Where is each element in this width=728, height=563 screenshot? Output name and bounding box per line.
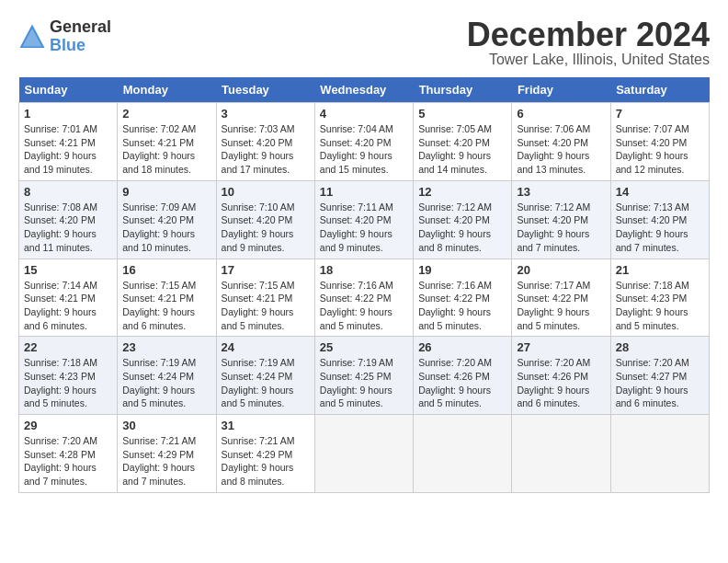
day-number: 30 bbox=[122, 419, 210, 432]
calendar-table: Sunday Monday Tuesday Wednesday Thursday… bbox=[18, 77, 710, 493]
calendar-row: 15Sunrise: 7:14 AMSunset: 4:21 PMDayligh… bbox=[19, 259, 710, 337]
calendar-row: 1Sunrise: 7:01 AMSunset: 4:21 PMDaylight… bbox=[19, 103, 710, 181]
day-number: 28 bbox=[616, 340, 704, 354]
calendar-row: 22Sunrise: 7:18 AMSunset: 4:23 PMDayligh… bbox=[19, 337, 710, 415]
table-cell bbox=[512, 415, 610, 493]
day-number: 11 bbox=[320, 185, 408, 199]
table-cell: 23Sunrise: 7:19 AMSunset: 4:24 PMDayligh… bbox=[118, 337, 216, 415]
table-cell: 10Sunrise: 7:10 AMSunset: 4:20 PMDayligh… bbox=[216, 180, 314, 259]
day-number: 6 bbox=[517, 107, 605, 121]
table-cell: 15Sunrise: 7:14 AMSunset: 4:21 PMDayligh… bbox=[19, 259, 118, 337]
day-info: Sunrise: 7:16 AMSunset: 4:22 PMDaylight:… bbox=[320, 279, 408, 333]
day-info: Sunrise: 7:15 AMSunset: 4:21 PMDaylight:… bbox=[222, 279, 310, 333]
day-number: 21 bbox=[616, 263, 704, 277]
day-number: 13 bbox=[517, 185, 605, 199]
day-info: Sunrise: 7:05 AMSunset: 4:20 PMDaylight:… bbox=[418, 122, 506, 177]
day-number: 25 bbox=[320, 340, 408, 354]
day-number: 27 bbox=[517, 340, 605, 354]
day-info: Sunrise: 7:20 AMSunset: 4:26 PMDaylight:… bbox=[517, 356, 605, 410]
day-info: Sunrise: 7:20 AMSunset: 4:28 PMDaylight:… bbox=[24, 434, 112, 488]
day-number: 8 bbox=[24, 185, 112, 199]
table-cell: 11Sunrise: 7:11 AMSunset: 4:20 PMDayligh… bbox=[314, 180, 413, 259]
table-cell: 30Sunrise: 7:21 AMSunset: 4:29 PMDayligh… bbox=[118, 415, 216, 493]
day-info: Sunrise: 7:18 AMSunset: 4:23 PMDaylight:… bbox=[616, 279, 704, 333]
table-cell: 22Sunrise: 7:18 AMSunset: 4:23 PMDayligh… bbox=[19, 337, 118, 415]
calendar-row: 8Sunrise: 7:08 AMSunset: 4:20 PMDaylight… bbox=[19, 180, 710, 259]
table-cell: 21Sunrise: 7:18 AMSunset: 4:23 PMDayligh… bbox=[610, 259, 709, 337]
day-info: Sunrise: 7:09 AMSunset: 4:20 PMDaylight:… bbox=[122, 201, 210, 255]
table-cell: 3Sunrise: 7:03 AMSunset: 4:20 PMDaylight… bbox=[216, 103, 314, 181]
logo-blue: Blue bbox=[50, 37, 111, 55]
table-cell: 20Sunrise: 7:17 AMSunset: 4:22 PMDayligh… bbox=[512, 259, 610, 337]
day-info: Sunrise: 7:19 AMSunset: 4:25 PMDaylight:… bbox=[320, 356, 408, 410]
table-cell: 8Sunrise: 7:08 AMSunset: 4:20 PMDaylight… bbox=[19, 180, 118, 259]
table-cell: 17Sunrise: 7:15 AMSunset: 4:21 PMDayligh… bbox=[216, 259, 314, 337]
day-info: Sunrise: 7:16 AMSunset: 4:22 PMDaylight:… bbox=[418, 279, 506, 333]
day-number: 26 bbox=[418, 340, 506, 354]
table-cell: 13Sunrise: 7:12 AMSunset: 4:20 PMDayligh… bbox=[512, 180, 610, 259]
col-monday: Monday bbox=[118, 77, 216, 103]
day-number: 20 bbox=[517, 263, 605, 277]
col-saturday: Saturday bbox=[610, 77, 709, 103]
table-cell: 5Sunrise: 7:05 AMSunset: 4:20 PMDaylight… bbox=[414, 103, 512, 181]
location: Tower Lake, Illinois, United States bbox=[467, 52, 710, 68]
table-cell: 14Sunrise: 7:13 AMSunset: 4:20 PMDayligh… bbox=[610, 180, 709, 259]
day-number: 23 bbox=[122, 340, 210, 354]
day-info: Sunrise: 7:03 AMSunset: 4:20 PMDaylight:… bbox=[222, 122, 310, 177]
day-info: Sunrise: 7:02 AMSunset: 4:21 PMDaylight:… bbox=[122, 122, 210, 177]
table-cell: 16Sunrise: 7:15 AMSunset: 4:21 PMDayligh… bbox=[118, 259, 216, 337]
col-friday: Friday bbox=[512, 77, 610, 103]
day-number: 4 bbox=[320, 107, 408, 121]
logo: General Blue bbox=[18, 18, 111, 55]
day-number: 9 bbox=[122, 185, 210, 199]
day-info: Sunrise: 7:04 AMSunset: 4:20 PMDaylight:… bbox=[320, 122, 408, 177]
table-cell: 28Sunrise: 7:20 AMSunset: 4:27 PMDayligh… bbox=[610, 337, 709, 415]
day-info: Sunrise: 7:01 AMSunset: 4:21 PMDaylight:… bbox=[24, 122, 112, 177]
logo-general: General bbox=[50, 18, 111, 37]
day-info: Sunrise: 7:14 AMSunset: 4:21 PMDaylight:… bbox=[24, 279, 112, 333]
day-number: 29 bbox=[24, 419, 112, 432]
day-info: Sunrise: 7:20 AMSunset: 4:27 PMDaylight:… bbox=[616, 356, 704, 410]
day-number: 12 bbox=[418, 185, 506, 199]
table-cell: 9Sunrise: 7:09 AMSunset: 4:20 PMDaylight… bbox=[118, 180, 216, 259]
logo-text: General Blue bbox=[50, 18, 111, 55]
day-info: Sunrise: 7:11 AMSunset: 4:20 PMDaylight:… bbox=[320, 201, 408, 255]
table-cell: 12Sunrise: 7:12 AMSunset: 4:20 PMDayligh… bbox=[414, 180, 512, 259]
header-row: Sunday Monday Tuesday Wednesday Thursday… bbox=[19, 77, 710, 103]
day-number: 16 bbox=[122, 263, 210, 277]
table-cell: 7Sunrise: 7:07 AMSunset: 4:20 PMDaylight… bbox=[610, 103, 709, 181]
table-cell: 19Sunrise: 7:16 AMSunset: 4:22 PMDayligh… bbox=[414, 259, 512, 337]
col-thursday: Thursday bbox=[414, 77, 512, 103]
table-cell: 4Sunrise: 7:04 AMSunset: 4:20 PMDaylight… bbox=[314, 103, 413, 181]
calendar-row: 29Sunrise: 7:20 AMSunset: 4:28 PMDayligh… bbox=[19, 415, 710, 493]
day-number: 5 bbox=[418, 107, 506, 121]
day-info: Sunrise: 7:08 AMSunset: 4:20 PMDaylight:… bbox=[24, 201, 112, 255]
day-info: Sunrise: 7:13 AMSunset: 4:20 PMDaylight:… bbox=[616, 201, 704, 255]
col-tuesday: Tuesday bbox=[216, 77, 314, 103]
page-header: General Blue December 2024 Tower Lake, I… bbox=[18, 18, 710, 68]
day-info: Sunrise: 7:19 AMSunset: 4:24 PMDaylight:… bbox=[222, 356, 310, 410]
day-info: Sunrise: 7:06 AMSunset: 4:20 PMDaylight:… bbox=[517, 122, 605, 177]
table-cell bbox=[610, 415, 709, 493]
col-sunday: Sunday bbox=[19, 77, 118, 103]
day-number: 10 bbox=[222, 185, 310, 199]
table-cell: 25Sunrise: 7:19 AMSunset: 4:25 PMDayligh… bbox=[314, 337, 413, 415]
day-number: 22 bbox=[24, 340, 112, 354]
col-wednesday: Wednesday bbox=[314, 77, 413, 103]
day-info: Sunrise: 7:17 AMSunset: 4:22 PMDaylight:… bbox=[517, 279, 605, 333]
day-number: 31 bbox=[222, 419, 310, 432]
table-cell: 24Sunrise: 7:19 AMSunset: 4:24 PMDayligh… bbox=[216, 337, 314, 415]
table-cell: 2Sunrise: 7:02 AMSunset: 4:21 PMDaylight… bbox=[118, 103, 216, 181]
day-number: 18 bbox=[320, 263, 408, 277]
table-cell bbox=[414, 415, 512, 493]
day-info: Sunrise: 7:15 AMSunset: 4:21 PMDaylight:… bbox=[122, 279, 210, 333]
day-info: Sunrise: 7:12 AMSunset: 4:20 PMDaylight:… bbox=[418, 201, 506, 255]
day-number: 24 bbox=[222, 340, 310, 354]
day-info: Sunrise: 7:07 AMSunset: 4:20 PMDaylight:… bbox=[616, 122, 704, 177]
day-info: Sunrise: 7:21 AMSunset: 4:29 PMDaylight:… bbox=[222, 434, 310, 488]
day-info: Sunrise: 7:21 AMSunset: 4:29 PMDaylight:… bbox=[122, 434, 210, 488]
table-cell: 18Sunrise: 7:16 AMSunset: 4:22 PMDayligh… bbox=[314, 259, 413, 337]
table-cell: 6Sunrise: 7:06 AMSunset: 4:20 PMDaylight… bbox=[512, 103, 610, 181]
day-number: 15 bbox=[24, 263, 112, 277]
table-cell: 29Sunrise: 7:20 AMSunset: 4:28 PMDayligh… bbox=[19, 415, 118, 493]
